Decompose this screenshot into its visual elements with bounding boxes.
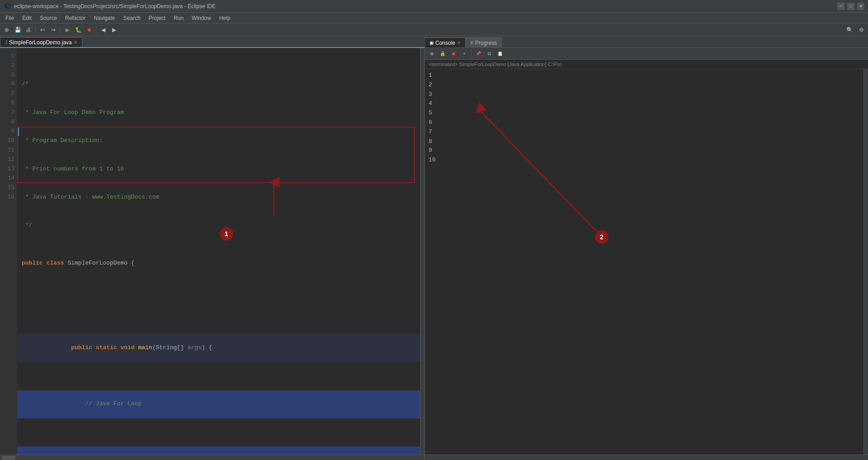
toolbar-search-icon[interactable]: 🔍 — [844, 25, 854, 35]
progress-tab-label: Progress — [475, 40, 497, 46]
editor-scrollbar[interactable] — [420, 48, 425, 455]
badge-1: 1 — [220, 209, 255, 260]
toolbar-debug[interactable]: 🐛 — [73, 25, 83, 35]
code-line-5: * Java Tutorials - www.TestingDocs.com — [22, 193, 420, 202]
toolbar-back[interactable]: ◀ — [98, 25, 108, 35]
console-new-btn[interactable]: + — [459, 49, 469, 59]
menu-source[interactable]: Source — [36, 14, 61, 22]
toolbar-forward[interactable]: ▶ — [109, 25, 119, 35]
line-num-8: 8 — [0, 118, 14, 127]
editor-hscrollbar[interactable] — [0, 455, 425, 460]
console-paste-btn[interactable]: 📋 — [495, 49, 505, 59]
toolbar-settings[interactable]: ⚙ — [856, 25, 866, 35]
console-toolbar: ⊗ 🔒 ■ + 📌 ⧉ 📋 — [425, 48, 868, 60]
console-tab-progress[interactable]: ⧖ Progress — [466, 38, 502, 47]
code-line-7: public class SimpleForLoopDemo { — [22, 259, 420, 268]
toolbar-run[interactable]: ▶ — [62, 25, 72, 35]
console-line-5: 5 — [429, 109, 860, 118]
console-toolbar-sep — [471, 50, 472, 58]
menu-run[interactable]: Run — [170, 14, 187, 22]
console-hscrollbar[interactable] — [425, 455, 868, 460]
console-tab-label: Console — [435, 40, 455, 46]
toolbar-redo[interactable]: ↪ — [48, 25, 58, 35]
console-tab-close[interactable]: ✕ — [457, 40, 461, 45]
toolbar-separator-2 — [60, 26, 61, 34]
toolbar-search-area: 🔍 ⚙ — [844, 25, 866, 35]
menu-help[interactable]: Help — [216, 14, 234, 22]
console-pin-btn[interactable]: 📌 — [473, 49, 483, 59]
line-num-12: 12 — [0, 155, 14, 165]
console-copy-btn[interactable]: ⧉ — [484, 49, 494, 59]
line-num-7: 7 — [0, 108, 14, 118]
console-line-1: 1 — [429, 71, 860, 81]
menu-navigate[interactable]: Navigate — [90, 14, 118, 22]
badge-1-circle: 1 — [220, 227, 233, 241]
console-line-7: 7 — [429, 128, 860, 137]
menu-search[interactable]: Search — [120, 14, 144, 22]
toolbar-print[interactable]: 🖨 — [24, 25, 33, 35]
console-tab-console[interactable]: ▣ Console ✕ — [425, 38, 466, 47]
console-line-3: 3 — [429, 90, 860, 100]
code-line-2: * Java For Loop Demo Program — [22, 108, 420, 118]
toolbar-new[interactable]: ⊕ — [2, 25, 12, 35]
console-panel: ▣ Console ✕ ⧖ Progress ⊗ 🔒 ■ + 📌 ⧉ 📋 <te… — [425, 36, 868, 460]
console-output: 1 2 3 4 5 6 7 8 9 10 — [425, 69, 863, 455]
menu-edit[interactable]: Edit — [19, 14, 35, 22]
window-controls: ─ □ ✕ — [837, 3, 864, 10]
menu-window[interactable]: Window — [188, 14, 215, 22]
progress-tab-icon: ⧖ — [470, 40, 473, 46]
java-file-icon: J — [5, 40, 7, 45]
code-line-9: public static void main(String[] args) { — [17, 334, 420, 362]
line-num-13: 13 — [0, 165, 14, 174]
console-line-2: 2 — [429, 81, 860, 90]
console-tab-icon: ▣ — [429, 40, 434, 45]
line-numbers: 1 2 3 4 5 6 7 8 9 10 11 12 13 14 15 16 — [0, 48, 17, 455]
maximize-button[interactable]: □ — [847, 3, 854, 10]
code-line-4: * Print numbers from 1 to 10 — [22, 165, 420, 174]
editor-tab-close[interactable]: ✕ — [74, 40, 77, 45]
console-line-9: 9 — [429, 146, 860, 156]
minimize-button[interactable]: ─ — [837, 3, 844, 10]
line-num-5: 5 — [0, 89, 14, 99]
editor-tab-bar: J SimpleForLoopDemo.java ✕ — [0, 36, 425, 48]
console-line-8: 8 — [429, 137, 860, 147]
menu-refactor[interactable]: Refactor — [61, 14, 89, 22]
line-num-2: 2 — [0, 61, 14, 71]
editor-panel: J SimpleForLoopDemo.java ✕ 1 2 3 4 5 6 7… — [0, 36, 425, 460]
code-line-1: /* — [22, 80, 420, 89]
line-num-11: 11 — [0, 146, 14, 155]
toolbar-separator-3 — [96, 26, 96, 34]
console-header: <terminated> SimpleForLoopDemo [Java App… — [425, 60, 868, 69]
code-line-11: for (int i = 1; i <= 10; i++) { — [17, 446, 420, 455]
menu-project[interactable]: Project — [145, 14, 169, 22]
console-header-text: <terminated> SimpleForLoopDemo [Java App… — [429, 62, 562, 67]
badge-2-circle: 2 — [595, 230, 609, 244]
toolbar-separator-1 — [35, 26, 36, 34]
menu-bar: File Edit Source Refactor Navigate Searc… — [0, 13, 868, 24]
line-num-9: 9 — [0, 127, 14, 136]
title-bar: 🌑 eclipse-workspace - TestingDocsProject… — [0, 0, 868, 13]
console-line-6: 6 — [429, 118, 860, 128]
console-terminate-btn[interactable]: ■ — [448, 49, 458, 59]
line-num-1: 1 — [0, 52, 14, 61]
line-num-14: 14 — [0, 174, 14, 183]
toolbar-save[interactable]: 💾 — [13, 25, 23, 35]
code-line-10: // Java For Loop — [17, 390, 420, 418]
editor-tab-active[interactable]: J SimpleForLoopDemo.java ✕ — [0, 37, 82, 47]
console-line-10: 10 — [429, 156, 860, 165]
console-vscrollbar[interactable] — [863, 69, 868, 455]
toolbar-stop[interactable]: ■ — [84, 25, 94, 35]
line-num-4: 4 — [0, 80, 14, 89]
line-num-16: 16 — [0, 193, 14, 202]
line-num-10: 10 — [0, 136, 14, 146]
code-line-3: * Program Description: — [22, 136, 420, 146]
eclipse-icon: 🌑 — [4, 3, 11, 10]
menu-file[interactable]: File — [2, 14, 18, 22]
close-button[interactable]: ✕ — [857, 3, 864, 10]
console-tab-bar: ▣ Console ✕ ⧖ Progress — [425, 36, 868, 48]
console-clear-btn[interactable]: ⊗ — [427, 49, 437, 59]
code-content[interactable]: /* * Java For Loop Demo Program * Progra… — [17, 48, 420, 455]
toolbar-undo[interactable]: ↩ — [38, 25, 47, 35]
red-box-annotation — [17, 127, 415, 183]
console-scroll-lock-btn[interactable]: 🔒 — [438, 49, 448, 59]
